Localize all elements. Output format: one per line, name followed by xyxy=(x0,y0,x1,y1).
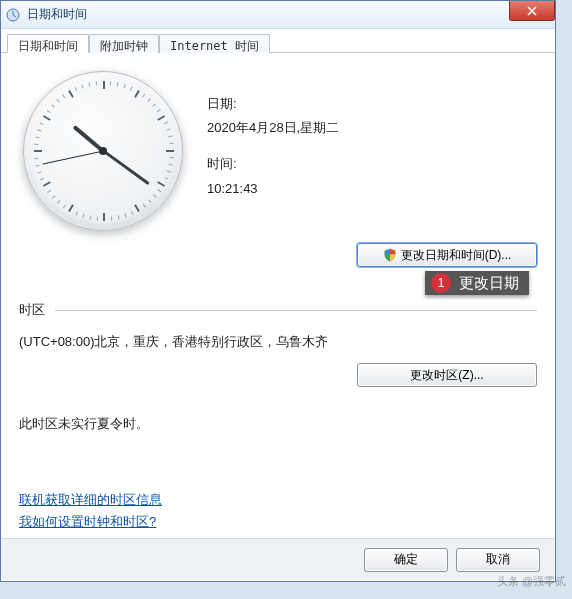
ok-button[interactable]: 确定 xyxy=(364,548,448,572)
watermark: 头条 @强零贰 xyxy=(497,574,566,589)
time-label: 时间: xyxy=(207,155,537,173)
dialog-footer: 确定 取消 xyxy=(2,538,554,580)
datetime-dialog: 日期和时间 日期和时间 附加时钟 Internet 时间 日期: 2020年4月… xyxy=(0,0,556,582)
annotation-number: 1 xyxy=(431,273,451,293)
annotation-tooltip: 1 更改日期 xyxy=(425,271,529,295)
cancel-button[interactable]: 取消 xyxy=(456,548,540,572)
shield-icon xyxy=(383,248,397,262)
app-icon xyxy=(5,7,21,23)
window-title: 日期和时间 xyxy=(27,6,87,23)
link-timezone-details[interactable]: 联机获取详细的时区信息 xyxy=(19,489,537,511)
timezone-heading: 时区 xyxy=(19,301,45,319)
change-datetime-button[interactable]: 更改日期和时间(D)... xyxy=(357,243,537,267)
close-button[interactable] xyxy=(509,1,555,21)
dst-note: 此时区未实行夏令时。 xyxy=(19,415,537,433)
tab-strip: 日期和时间 附加时钟 Internet 时间 xyxy=(1,29,555,53)
annotation-text: 更改日期 xyxy=(459,274,519,293)
change-datetime-label: 更改日期和时间(D)... xyxy=(401,247,512,264)
tab-additional-clocks[interactable]: 附加时钟 xyxy=(89,34,159,53)
time-value: 10:21:43 xyxy=(207,180,537,198)
tab-content: 日期: 2020年4月28日,星期二 时间: 10:21:43 更改日期和时间(… xyxy=(1,53,555,543)
timezone-value: (UTC+08:00)北京，重庆，香港特别行政区，乌鲁木齐 xyxy=(19,333,537,351)
date-value: 2020年4月28日,星期二 xyxy=(207,119,537,137)
title-bar: 日期和时间 xyxy=(1,1,555,29)
analog-clock xyxy=(19,67,189,237)
tab-internet-time[interactable]: Internet 时间 xyxy=(159,34,270,53)
change-timezone-label: 更改时区(Z)... xyxy=(410,367,483,384)
tab-datetime[interactable]: 日期和时间 xyxy=(7,34,89,53)
change-timezone-button[interactable]: 更改时区(Z)... xyxy=(357,363,537,387)
date-label: 日期: xyxy=(207,95,537,113)
link-how-to-set[interactable]: 我如何设置时钟和时区? xyxy=(19,511,537,533)
divider xyxy=(55,310,537,311)
